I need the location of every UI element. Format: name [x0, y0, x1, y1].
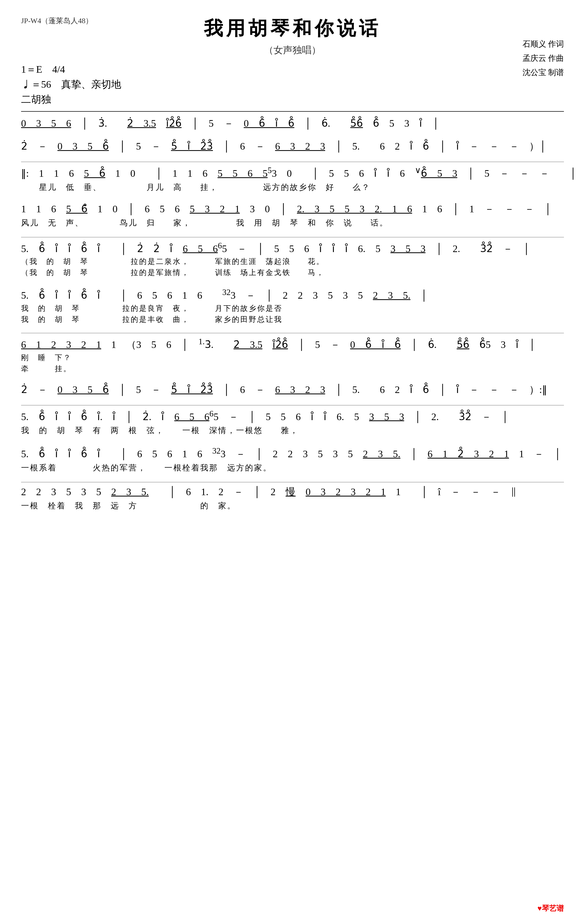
notation-row-8: 2̇ － 0 3 5 6̊ │ 5 － 5̊ i̊ 2̊3̊ │ 6 － 6 3… [21, 382, 564, 397]
row-group-7: 6 1 2 3 2 1 1 （3 5 6 │ 1.3̇. 2̇ 3.5 i̊2̊… [21, 335, 564, 374]
row-group-4: 1 1 6 5 6̊ 1 0 │ 6 5 6 5 3 2 1 3 0 │ 2. … [21, 201, 564, 229]
watermark: ♥琴艺谱 [537, 903, 564, 914]
row-group-11: 2 2 3 5 3 5 2 3 5. │ 6 1. 2 － │ 2 慢 0 3 … [21, 484, 564, 512]
notation-row-2: 2̇ － 0 3 5 6̊ │ 5 － 5̊ i̊ 2̊3̊ │ 6 － 6 3… [21, 139, 564, 154]
key-time-sig: 1＝E 4/4 [21, 62, 564, 77]
top-divider [21, 111, 564, 112]
watermark-heart: ♥ [537, 904, 542, 912]
row-group-9: 5. 6̊ i̊ i̊ 6̊ i̊. i̊ │ 2̇. i̊ 6 5 665 －… [21, 408, 564, 437]
thin-divider-5 [21, 482, 564, 482]
watermark-text: 琴艺谱 [542, 904, 564, 912]
credit-line-3: 沈公宝 制谱 [522, 65, 564, 79]
page-header: JP-W4（蓬莱岛人48） 我用胡琴和你说话 （女声独唱） 石顺义 作词 孟庆云… [21, 16, 564, 57]
jp-label: JP-W4（蓬莱岛人48） [21, 16, 93, 26]
row-group-6: 5. 6̊ i̊ i̊ 6̊ i̊ │ 6 5 6 1 6 323 － │ 2 … [21, 286, 564, 325]
main-title: 我用胡琴和你说话 [21, 16, 564, 41]
lyric-row-3: 星儿 低 垂、 月儿 高 挂， 远方的故乡你 好 么？ [21, 181, 564, 194]
credit-line-2: 孟庆云 作曲 [522, 51, 564, 65]
lyric-row-10: 一根系着 火热的军营， 一根栓着我那 远方的家。 [21, 462, 564, 474]
lyric-row-6b: 我 的 胡 琴 拉的是丰收 曲， 家乡的田野总让我 [21, 314, 564, 325]
row-group-2: 2̇ － 0 3 5 6̊ │ 5 － 5̊ i̊ 2̊3̊ │ 6 － 6 3… [21, 139, 564, 154]
notation-row-10: 5. 6̊ i̊ i̊ 6̊ i̊ │ 6 5 6 1 6 323 － │ 2 … [21, 445, 564, 462]
lyric-row-4: 风儿 无 声、 鸟儿 归 家， 我 用 胡 琴 和 你 说 话。 [21, 216, 564, 229]
notation-row-4: 1 1 6 5 6̊ 1 0 │ 6 5 6 5 3 2 1 3 0 │ 2. … [21, 201, 564, 216]
row-group-1: 0 3 5 6 │ 3̇. 2̇ 3.5 i̊2̊6̊ │ 5 － 0 6̊ i… [21, 116, 564, 131]
lyric-row-9: 我 的 胡 琴 有 两 根 弦， 一根 深情，一根悠 雅， [21, 424, 564, 437]
notation-row-6: 5. 6̊ i̊ i̊ 6̊ i̊ │ 6 5 6 1 6 323 － │ 2 … [21, 286, 564, 303]
row-group-3: ‖: 1 1 6 5 6̊ 1 0 │ 1 1 6 5 5 6 553 0 │ … [21, 164, 564, 194]
tempo-marking: ♩＝56 真挚、亲切地 [21, 77, 564, 92]
credit-line-1: 石顺义 作词 [522, 37, 564, 51]
row-group-5: 5. 6̊ i̊ i̊ 6̊ i̊ │ 2̇ 2̇ i̊ 6 5 665 － │… [21, 239, 564, 279]
notation-row-11: 2 2 3 5 3 5 2 3 5. │ 6 1. 2 － │ 2 慢 0 3 … [21, 484, 564, 499]
notation-row-1: 0 3 5 6 │ 3̇. 2̇ 3.5 i̊2̊6̊ │ 5 － 0 6̊ i… [21, 116, 564, 131]
lyric-row-7b: 牵 挂。 [21, 363, 564, 374]
notation-row-5: 5. 6̊ i̊ i̊ 6̊ i̊ │ 2̇ 2̇ i̊ 6 5 665 － │… [21, 239, 564, 256]
lyric-row-7a: 刚 睡 下？ [21, 352, 564, 363]
subtitle: （女声独唱） [21, 44, 564, 57]
row-group-8: 2̇ － 0 3 5 6̊ │ 5 － 5̊ i̊ 2̊3̊ │ 6 － 6 3… [21, 382, 564, 397]
lyric-row-5b: （我 的 胡 琴 拉的是军旅情， 训练 场上有金戈铁 马， [21, 267, 564, 278]
thin-divider-1 [21, 162, 564, 162]
notation-row-9: 5. 6̊ i̊ i̊ 6̊ i̊. i̊ │ 2̇. i̊ 6 5 665 －… [21, 408, 564, 424]
score-info-block: 1＝E 4/4 ♩＝56 真挚、亲切地 二胡独 [21, 62, 564, 107]
instrument-label: 二胡独 [21, 92, 564, 107]
lyric-row-5a: （我 的 胡 琴 拉的是二泉水， 军旅的生涯 荡起浪 花。 [21, 256, 564, 267]
lyric-row-6a: 我 的 胡 琴 拉的是良宵 夜， 月下的故乡你是否 [21, 303, 564, 314]
row-group-10: 5. 6̊ i̊ i̊ 6̊ i̊ │ 6 5 6 1 6 323 － │ 2 … [21, 445, 564, 474]
lyric-row-11: 一根 栓着 我 那 远 方 的 家。 [21, 499, 564, 512]
notation-row-3: ‖: 1 1 6 5 6̊ 1 0 │ 1 1 6 5 5 6 553 0 │ … [21, 164, 564, 181]
notation-row-7: 6 1 2 3 2 1 1 （3 5 6 │ 1.3̇. 2̇ 3.5 i̊2̊… [21, 335, 564, 352]
credits: 石顺义 作词 孟庆云 作曲 沈公宝 制谱 [522, 37, 564, 79]
